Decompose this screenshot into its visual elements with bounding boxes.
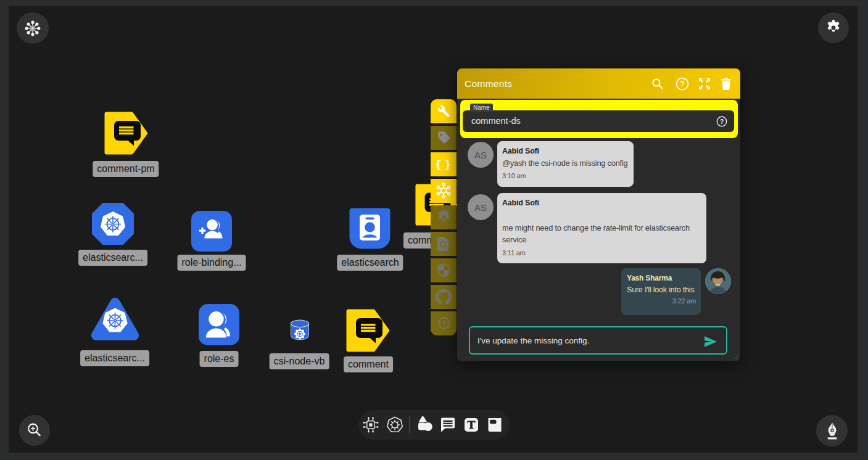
svg-text:?: ? [720,118,724,125]
svg-text:?: ? [680,80,685,88]
